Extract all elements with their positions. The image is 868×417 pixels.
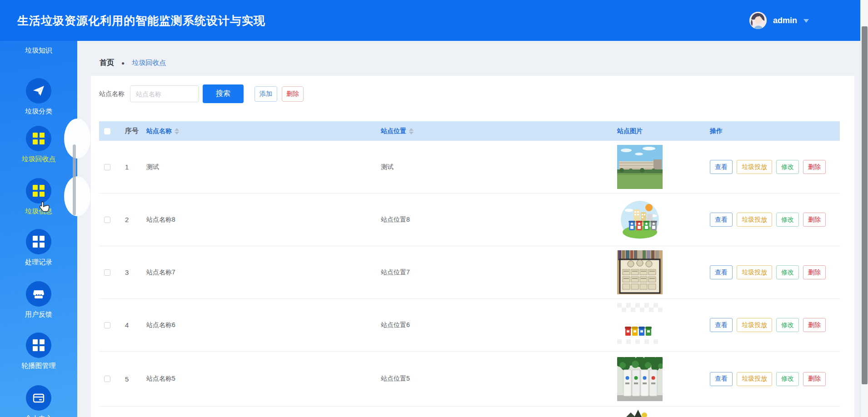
row-delete-button[interactable]: 删除 — [803, 372, 826, 386]
garbage-dispose-button[interactable]: 垃圾投放 — [737, 213, 772, 227]
send-icon — [26, 78, 51, 104]
add-button[interactable]: 添加 — [254, 86, 277, 102]
edit-button[interactable]: 修改 — [776, 265, 799, 279]
row-checkbox[interactable] — [104, 164, 110, 170]
row-checkbox[interactable] — [104, 217, 110, 223]
sort-icon[interactable] — [175, 128, 179, 134]
column-header-location: 站点位置 — [381, 127, 617, 135]
breadcrumb-current[interactable]: 垃圾回收点 — [132, 59, 166, 67]
search-toolbar: 站点名称 搜索 添加 删除 — [99, 84, 304, 103]
breadcrumb-home[interactable]: 首页 — [100, 58, 114, 68]
row-delete-button[interactable]: 删除 — [803, 213, 826, 227]
sidebar-item-garbage-classification[interactable]: 垃圾分类 — [0, 78, 77, 116]
hover-item-indicator — [64, 176, 90, 216]
site-name-label: 站点名称 — [99, 90, 125, 98]
sidebar-item-garbage-knowledge[interactable]: 垃圾知识 — [0, 46, 77, 55]
page-scrollbar[interactable] — [860, 0, 868, 417]
active-item-indicator — [64, 119, 90, 159]
edit-button[interactable]: 修改 — [776, 372, 799, 386]
breadcrumb: 首页 ● 垃圾回收点 — [100, 58, 166, 68]
campus-photo — [617, 145, 663, 189]
sidebar-scrollbar[interactable] — [73, 144, 76, 215]
row-delete-button[interactable]: 删除 — [803, 265, 826, 279]
view-button[interactable]: 查看 — [710, 372, 733, 386]
mouse-cursor-pointer-icon — [38, 201, 50, 215]
monitor-icon — [26, 281, 51, 307]
table-row: 4 站点名称6 站点位置6 查看 垃圾投放 — [99, 299, 840, 352]
garbage-dispose-button[interactable]: 垃圾投放 — [737, 318, 772, 332]
row-checkbox[interactable] — [104, 376, 110, 382]
garbage-dispose-button[interactable]: 垃圾投放 — [737, 372, 772, 386]
table-header: 序号 站点名称 站点位置 站点图片 操作 — [99, 121, 840, 141]
column-header-image: 站点图片 — [617, 127, 710, 135]
avatar-image — [749, 12, 767, 29]
sidebar-item-personal-center[interactable]: 个人中心 — [0, 385, 77, 417]
bulletin-board-photo — [617, 250, 663, 294]
grid-icon — [26, 333, 51, 358]
grid-icon — [26, 126, 51, 151]
page-title: 生活垃圾资源化利用的智能监测系统设计与实现 — [17, 13, 265, 28]
table-row: 1 测试 测试 — [99, 141, 840, 194]
view-button[interactable]: 查看 — [710, 318, 733, 332]
garbage-dispose-button[interactable]: 垃圾投放 — [737, 265, 772, 279]
column-header-actions: 操作 — [710, 127, 840, 135]
content-panel: 站点名称 搜索 添加 删除 序号 站点名称 站点位置 站点图片 操作 1 测试 … — [91, 76, 854, 417]
table-row: 5 站点名称5 站点位置5 — [99, 352, 840, 407]
search-button[interactable]: 搜索 — [203, 84, 244, 103]
recycle-station-photo — [617, 357, 663, 401]
breadcrumb-separator: ● — [121, 60, 125, 66]
mini-bins-photo — [617, 303, 663, 347]
row-delete-button[interactable]: 删除 — [803, 160, 826, 174]
view-button[interactable]: 查看 — [710, 265, 733, 279]
view-button[interactable]: 查看 — [710, 213, 733, 227]
row-checkbox[interactable] — [104, 322, 110, 328]
table-row: 3 站点名称7 站点位置7 — [99, 246, 840, 299]
app-header: 生活垃圾资源化利用的智能监测系统设计与实现 admin — [0, 0, 868, 41]
sidebar-item-process-records[interactable]: 处理记录 — [0, 229, 77, 267]
delete-button[interactable]: 删除 — [282, 86, 304, 102]
avatar[interactable] — [749, 12, 767, 29]
grid-icon — [26, 229, 51, 254]
garbage-dispose-button[interactable]: 垃圾投放 — [737, 160, 772, 174]
sidebar-item-user-feedback[interactable]: 用户反馈 — [0, 281, 77, 319]
card-icon — [26, 385, 51, 411]
partial-photo — [617, 409, 663, 417]
user-name[interactable]: admin — [773, 16, 797, 25]
page-scrollbar-thumb[interactable] — [862, 26, 868, 384]
table-row: 2 站点名称8 站点位置8 — [99, 194, 840, 246]
edit-button[interactable]: 修改 — [776, 160, 799, 174]
grid-icon — [26, 178, 51, 204]
recycle-points-table: 序号 站点名称 站点位置 站点图片 操作 1 测试 测试 — [99, 121, 840, 417]
edit-button[interactable]: 修改 — [776, 318, 799, 332]
row-delete-button[interactable]: 删除 — [803, 318, 826, 332]
table-row-partial — [99, 407, 840, 417]
edit-button[interactable]: 修改 — [776, 213, 799, 227]
site-name-input[interactable] — [130, 85, 199, 102]
chevron-down-icon[interactable] — [803, 19, 809, 23]
select-all-checkbox[interactable] — [104, 128, 110, 134]
column-header-index: 序号 — [125, 127, 146, 135]
column-header-name: 站点名称 — [146, 127, 381, 135]
sidebar: 垃圾知识 垃圾分类 垃圾回收点 垃圾信息 处理记录 — [0, 41, 77, 417]
view-button[interactable]: 查看 — [710, 160, 733, 174]
user-menu[interactable]: admin — [749, 0, 809, 41]
row-checkbox[interactable] — [104, 269, 110, 276]
trash-bins-illustration — [617, 198, 663, 242]
sort-icon[interactable] — [409, 128, 414, 134]
sidebar-item-carousel-management[interactable]: 轮播图管理 — [0, 333, 77, 370]
